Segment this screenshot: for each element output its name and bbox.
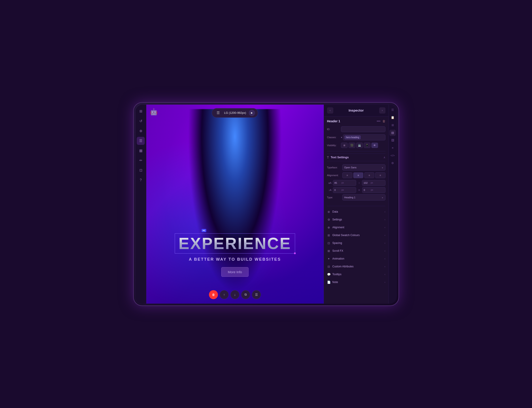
data-section-chevron: ‹ (384, 210, 385, 213)
right-icon-inspector[interactable]: ▤ (390, 130, 396, 136)
toolbar-menu-icon[interactable]: ☰ (215, 110, 221, 116)
canvas-bottom-toolbar: 🗑 ↑ ↓ ⧉ ☰ (209, 290, 261, 299)
scroll-fx-icon: ⊠ (327, 249, 331, 253)
visibility-desktop-btn[interactable]: 🖥 (341, 143, 348, 148)
custom-attributes-section-header[interactable]: ⊟ Custom Attributes ‹ (327, 263, 385, 270)
right-icon-image[interactable]: 🖼 (390, 137, 396, 144)
data-section-header[interactable]: ⊛ Data ‹ (327, 208, 385, 215)
letter-spacing-input[interactable] (334, 189, 342, 191)
sidebar-icon-grid[interactable]: ⊞ (137, 107, 145, 115)
element-menu-icon[interactable]: ••• (375, 119, 382, 123)
animation-title: Animation (332, 257, 384, 260)
align-left-btn[interactable]: ≡ (342, 172, 352, 178)
data-section-title: Data (332, 210, 384, 213)
inspector-body: Header 1 ••• 🗑 ID: Classes: ▾ hero-headi… (324, 117, 389, 304)
classes-dropdown-arrow[interactable]: ▾ (341, 136, 342, 139)
global-swatch-icon: ⊞ (327, 234, 331, 237)
text-settings-title: Text Settings (331, 156, 383, 159)
visibility-mobile-btn[interactable]: 📱 (364, 143, 370, 148)
hero-button[interactable]: More Info (221, 267, 248, 277)
letter-spacing-icon: ↕A (327, 189, 331, 191)
custom-attributes-icon: ⊟ (327, 265, 331, 268)
visibility-icons: 🖥 ⬛ 💻 📱 👁 (341, 143, 385, 148)
text-settings-section[interactable]: T Text Settings ∧ (327, 153, 385, 161)
hero-heading: EXPERIENCE (179, 235, 291, 252)
alignment-section-icon: ⊕ (327, 226, 331, 229)
element-options-button[interactable]: ☰ (252, 290, 261, 299)
align-right-btn[interactable]: ≡ (364, 172, 374, 178)
tooltips-section-header[interactable]: 💬 Tooltips ‹ (327, 271, 385, 278)
type-chevron: ⌄ (381, 196, 384, 199)
type-label: Type: (327, 196, 342, 199)
id-input[interactable] (341, 126, 385, 132)
class-tag[interactable]: hero-heading (345, 136, 361, 139)
scroll-fx-section-header[interactable]: ⊠ Scroll FX ‹ (327, 247, 385, 255)
line-height-input[interactable] (364, 181, 371, 184)
classes-label: Classes: (327, 136, 341, 139)
sidebar-icon-table[interactable]: ▦ (137, 147, 145, 155)
tooltips-chevron: ‹ (384, 273, 385, 276)
align-justify-btn[interactable]: ≡ (375, 172, 385, 178)
global-swatch-section: ⊞ Global Swatch Colours ‹ (327, 232, 385, 239)
device-frame: ⊞ ↺ ⊕ ☰ ▦ ✏ ⊡ ? 🤖 ☰ LG (1200-992px) ▶ (133, 102, 399, 306)
toolbar-play-button[interactable]: ▶ (249, 110, 255, 116)
right-icon-code[interactable]: </> (390, 153, 396, 159)
right-icon-layers[interactable]: ⊞ (390, 122, 396, 128)
spacing-section-header[interactable]: ⊡ Spacing ‹ (327, 240, 385, 246)
sidebar-icon-text[interactable]: ☰ (137, 137, 145, 145)
type-select[interactable]: Heading 1 ⌄ (342, 194, 385, 201)
font-size-input[interactable] (334, 181, 342, 184)
sidebar-icon-target[interactable]: ⊕ (137, 127, 145, 135)
word-spacing-input-group: px (362, 187, 385, 193)
tooltips-icon: 💬 (327, 273, 331, 276)
animation-section-header[interactable]: ✦ Animation ‹ (327, 255, 385, 262)
custom-attributes-title: Custom Attributes (332, 265, 384, 268)
word-spacing-input[interactable] (364, 189, 371, 191)
sidebar-icon-undo[interactable]: ↺ (137, 117, 145, 125)
note-section-header[interactable]: 📄 Note ‹ (327, 279, 385, 286)
visibility-eye-btn[interactable]: 👁 (371, 143, 378, 148)
visibility-tablet-btn[interactable]: ⬛ (349, 143, 355, 148)
tooltips-section: 💬 Tooltips ‹ (327, 271, 385, 278)
typeface-select[interactable]: Open Sans ⌄ (342, 164, 385, 170)
delete-element-button[interactable]: 🗑 (209, 290, 218, 299)
sidebar-icon-pen[interactable]: ✏ (137, 156, 145, 165)
alignment-section-chevron: ‹ (384, 226, 385, 229)
inspector-prev-button[interactable]: ‹ (327, 107, 333, 114)
settings-section-title: Settings (332, 218, 384, 221)
canvas-toolbar: ☰ LG (1200-992px) ▶ (212, 108, 258, 118)
heading-resize-dot[interactable] (294, 252, 296, 254)
move-up-button[interactable]: ↑ (220, 290, 229, 299)
global-swatch-section-header[interactable]: ⊞ Global Swatch Colours ‹ (327, 232, 385, 239)
visibility-laptop-btn[interactable]: 💻 (356, 143, 363, 148)
hero-content: H1 EXPERIENCE A BETTER WAY TO BUILD WEBS… (146, 233, 324, 277)
copy-element-button[interactable]: ⧉ (241, 290, 250, 299)
data-section-icon: ⊛ (327, 210, 331, 213)
right-icon-settings[interactable]: ⚙ (390, 160, 396, 166)
letter-spacing-input-group: px (333, 187, 356, 193)
hero-subheading: A BETTER WAY TO BUILD WEBSITES (146, 257, 324, 262)
sidebar-icon-help[interactable]: ? (137, 176, 145, 184)
right-icon-content[interactable]: ≡ (390, 145, 396, 151)
text-settings-expand-icon: ∧ (384, 156, 385, 159)
data-section: ⊛ Data ‹ (327, 208, 385, 215)
element-name: Header 1 (327, 119, 375, 123)
sidebar-icon-block[interactable]: ⊡ (137, 166, 145, 174)
right-icon-menu[interactable]: ☰ (390, 107, 396, 113)
type-row: Type: Heading 1 ⌄ (327, 194, 385, 201)
typeface-label: Typeface: (327, 166, 342, 169)
hero-heading-container[interactable]: EXPERIENCE (175, 233, 295, 254)
classes-container[interactable]: hero-heading (343, 134, 385, 140)
align-center-btn[interactable]: ≡ (353, 172, 363, 178)
element-delete-icon[interactable]: 🗑 (382, 119, 385, 123)
typeface-value: Open Sans (344, 166, 357, 169)
alignment-section-header[interactable]: ⊕ Alignment ‹ (327, 224, 385, 231)
toolbar-viewport-label[interactable]: LG (1200-992px) (221, 110, 249, 115)
inspector-next-button[interactable]: › (379, 107, 385, 114)
robot-icon: 🤖 (150, 108, 158, 116)
settings-section-chevron: ‹ (384, 218, 385, 221)
move-down-button[interactable]: ↓ (230, 290, 239, 299)
font-size-icon: aA (327, 181, 331, 184)
right-icon-copy[interactable]: 📋 (390, 114, 396, 121)
settings-section-header[interactable]: ⚙ Settings ‹ (327, 216, 385, 223)
